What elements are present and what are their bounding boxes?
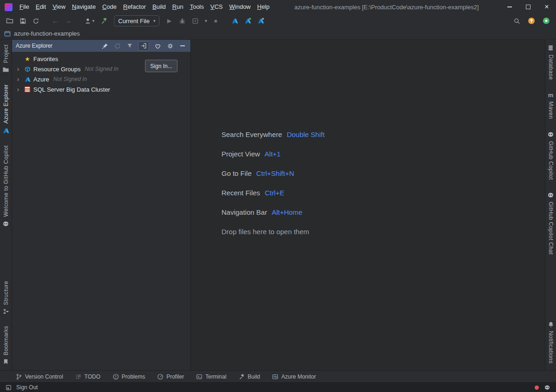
run-config-dropdown[interactable]: Current File ▾ <box>114 15 159 26</box>
open-folder-button[interactable] <box>4 15 16 26</box>
sidebar-item-maven[interactable]: m Maven <box>548 92 554 119</box>
copilot-icon <box>2 220 9 227</box>
star-icon: ★ <box>24 55 31 62</box>
search-everywhere-button[interactable] <box>511 15 523 26</box>
tool-button-terminal[interactable]: Terminal <box>196 373 226 380</box>
menu-item-tools[interactable]: Tools <box>187 0 207 14</box>
shortcut-action: Navigation Bar <box>221 208 267 216</box>
sidebar-item-copilot-chat[interactable]: GitHub Copilot Chat <box>547 192 554 255</box>
build-project-button[interactable] <box>98 15 110 26</box>
azure-logo-icon <box>257 17 265 25</box>
sync-button[interactable] <box>30 15 42 26</box>
azure-action-1-button[interactable] <box>229 15 241 26</box>
azure-action-2-button[interactable] <box>242 15 254 26</box>
tool-button-version-control[interactable]: Version Control <box>16 373 63 380</box>
sidebar-item-project[interactable]: Project <box>2 44 9 73</box>
menu-item-file[interactable]: File <box>16 0 32 14</box>
main-area: Project Azure Explorer Welcome to GitHub… <box>0 40 556 370</box>
minimize-button[interactable] <box>500 0 519 14</box>
tree-label: SQL Server Big Data Cluster <box>33 86 110 93</box>
close-button[interactable]: × <box>537 0 556 14</box>
editor-area[interactable]: Search Everywhere Double Shift Project V… <box>191 40 545 370</box>
panel-header-actions <box>101 41 187 51</box>
menu-item-help[interactable]: Help <box>254 0 273 14</box>
plugin-status-button[interactable] <box>540 15 552 26</box>
maximize-button[interactable] <box>519 0 537 14</box>
sidebar-item-bookmarks[interactable]: Bookmarks <box>3 326 9 365</box>
structure-stripe-label: Structure <box>3 281 9 305</box>
chevron-right-icon[interactable]: › <box>15 75 21 83</box>
welcome-copilot-stripe-label: Welcome to GitHub Copilot <box>3 145 9 217</box>
tree-row-sql-cluster[interactable]: › SQL Server Big Data Cluster <box>12 84 190 94</box>
forward-button[interactable]: → <box>62 15 74 26</box>
menu-item-window[interactable]: Window <box>226 0 254 14</box>
menu-item-build[interactable]: Build <box>149 0 169 14</box>
settings-button[interactable] <box>166 42 174 50</box>
stop-button[interactable]: ■ <box>209 15 221 26</box>
hide-panel-button[interactable] <box>178 42 187 50</box>
status-bar-right <box>535 384 550 391</box>
tool-button-azure-monitor[interactable]: Azure Monitor <box>272 373 316 380</box>
open-folder-icon <box>6 17 13 25</box>
menu-item-edit[interactable]: Edit <box>32 0 49 14</box>
tool-button-todo[interactable]: TODO <box>75 373 100 380</box>
gear-icon <box>167 43 174 50</box>
tool-button-profiler[interactable]: Profiler <box>157 373 184 380</box>
tool-window-switcher-icon[interactable] <box>6 385 12 391</box>
chevron-right-icon[interactable]: › <box>15 65 21 73</box>
favorites-toggle-button[interactable] <box>153 42 162 50</box>
resource-groups-icon <box>24 65 31 73</box>
sidebar-item-welcome-copilot[interactable]: Welcome to GitHub Copilot <box>2 145 9 227</box>
sign-in-button-toolbar[interactable] <box>138 41 149 51</box>
sidebar-item-structure[interactable]: Structure <box>3 281 9 315</box>
shortcut-line: Search Everywhere Double Shift <box>221 124 325 144</box>
intellij-logo-icon <box>5 3 13 11</box>
bottom-tool-buttons: Version Control TODO Problems Profiler T… <box>0 370 556 382</box>
pin-icon <box>101 43 108 50</box>
forward-arrow-icon: → <box>65 18 71 24</box>
sidebar-item-azure-explorer[interactable]: Azure Explorer <box>2 84 10 134</box>
pin-button[interactable] <box>101 42 109 50</box>
azure-action-3-button[interactable] <box>255 15 267 26</box>
filter-button[interactable] <box>126 42 134 50</box>
debug-button[interactable] <box>176 15 188 26</box>
azure-sign-out-widget[interactable]: Sign Out <box>16 384 38 391</box>
more-run-actions-button[interactable]: ▾ <box>202 15 208 26</box>
tool-button-label: Azure Monitor <box>281 373 316 380</box>
run-button[interactable]: ▶ <box>163 15 175 26</box>
azure-monitor-icon <box>272 373 278 380</box>
tool-button-problems[interactable]: Problems <box>113 373 145 380</box>
azure-explorer-header: Azure Explorer <box>12 40 190 52</box>
back-button[interactable]: ← <box>49 15 61 26</box>
breadcrumb[interactable]: azure-function-examples <box>14 30 80 37</box>
menu-item-vcs[interactable]: VCS <box>207 0 226 14</box>
tool-button-build[interactable]: Build <box>239 373 260 380</box>
refresh-button[interactable] <box>113 42 121 50</box>
hammer-icon <box>101 17 108 25</box>
refresh-icon <box>114 43 121 50</box>
tree-row-azure[interactable]: › Azure Not Signed In <box>12 74 190 84</box>
menu-item-run[interactable]: Run <box>169 0 187 14</box>
menu-item-refactor[interactable]: Refactor <box>120 0 149 14</box>
ide-update-button[interactable] <box>525 15 537 26</box>
user-account-button[interactable]: ▾ <box>82 15 97 26</box>
database-stripe-label: Database <box>548 55 554 80</box>
sign-in-button[interactable]: Sign In... <box>145 60 177 72</box>
sidebar-item-github-copilot[interactable]: GitHub Copilot <box>547 131 554 180</box>
azure-tree: ★ Favorites › Resource Groups Not Signed… <box>12 52 190 94</box>
sidebar-item-notifications[interactable]: Notifications <box>548 321 554 364</box>
menu-item-navigate[interactable]: Navigate <box>69 0 99 14</box>
save-button[interactable] <box>17 15 29 26</box>
coverage-icon <box>192 18 199 25</box>
chevron-right-icon[interactable]: › <box>15 86 21 93</box>
menu-item-code[interactable]: Code <box>99 0 120 14</box>
maximize-icon <box>526 5 531 9</box>
maven-stripe-label: Maven <box>548 101 554 119</box>
error-indicator-icon[interactable] <box>535 386 539 390</box>
menu-item-view[interactable]: View <box>49 0 69 14</box>
run-with-coverage-button[interactable] <box>189 15 201 26</box>
copilot-status-icon[interactable] <box>544 384 550 391</box>
shortcut-keys: Ctrl+Shift+N <box>256 169 294 177</box>
sidebar-item-database[interactable]: Database <box>547 44 554 80</box>
tree-label: Favorites <box>33 56 58 62</box>
